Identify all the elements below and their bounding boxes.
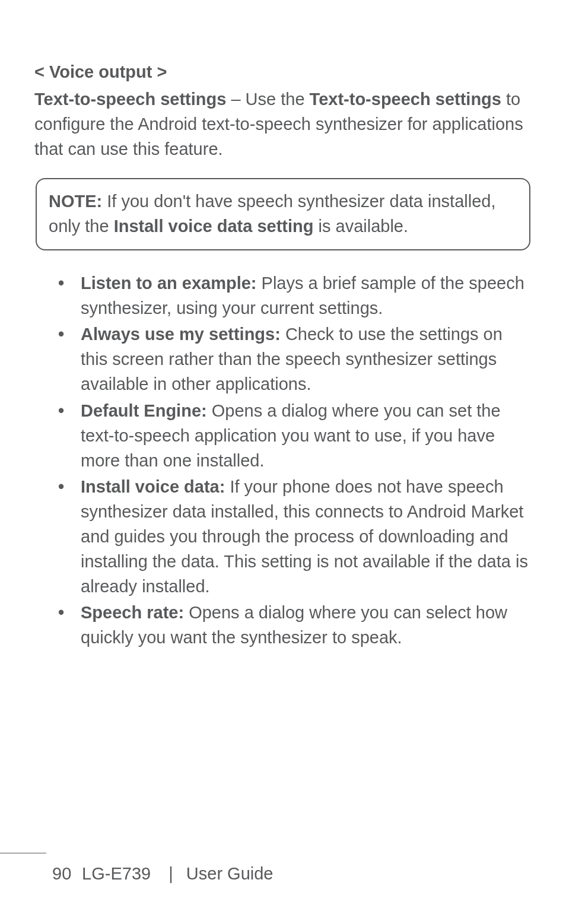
tts-settings-label-1: Text-to-speech settings: [34, 90, 226, 109]
item-label: Install voice data:: [81, 477, 225, 496]
footer-rule: [0, 853, 46, 854]
settings-list: Listen to an example: Plays a brief samp…: [34, 271, 532, 650]
list-item: Always use my settings: Check to use the…: [81, 322, 529, 396]
note-box: NOTE: If you don't have speech synthesiz…: [36, 178, 530, 250]
page-footer: 90 LG-E739 | User Guide: [0, 861, 566, 886]
note-label: NOTE:: [49, 192, 102, 211]
item-label: Default Engine:: [81, 401, 207, 420]
section-heading: < Voice output >: [34, 59, 532, 84]
list-item: Default Engine: Opens a dialog where you…: [81, 398, 529, 473]
page-content: < Voice output > Text-to-speech settings…: [34, 59, 532, 650]
tts-settings-label-2: Text-to-speech settings: [310, 90, 501, 109]
list-item: Listen to an example: Plays a brief samp…: [81, 271, 529, 320]
list-item: Install voice data: If your phone does n…: [81, 474, 529, 599]
footer-separator: |: [155, 861, 182, 886]
footer-model: LG-E739: [82, 864, 151, 883]
item-label: Always use my settings:: [81, 325, 281, 344]
note-text-2: is available.: [313, 217, 408, 236]
list-item: Speech rate: Opens a dialog where you ca…: [81, 600, 529, 650]
item-label: Listen to an example:: [81, 274, 257, 293]
page-number: 90: [52, 861, 77, 886]
item-label: Speech rate:: [81, 603, 184, 622]
footer-guide: User Guide: [186, 864, 274, 883]
intro-paragraph: Text-to-speech settings – Use the Text-t…: [34, 87, 532, 161]
note-bold: Install voice data setting: [114, 217, 314, 236]
intro-text-1: – Use the: [226, 90, 309, 109]
